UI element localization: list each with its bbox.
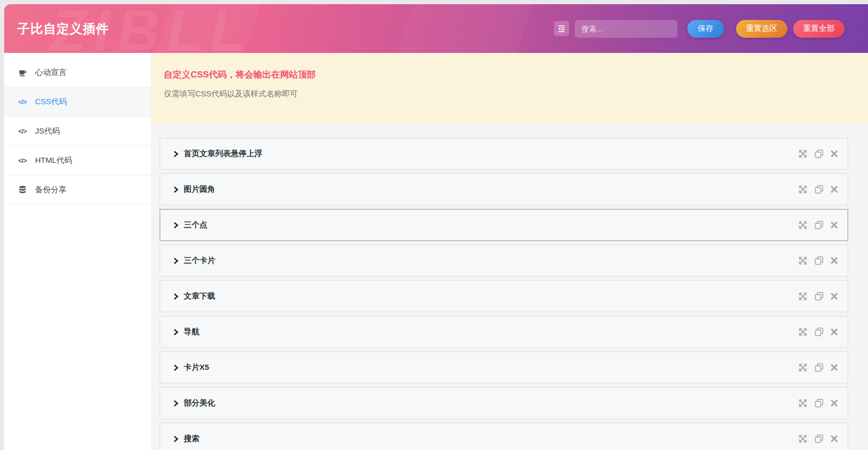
close-icon[interactable]	[830, 221, 838, 229]
reset-all-button[interactable]: 重置全部	[793, 20, 844, 38]
row-actions	[798, 434, 838, 444]
move-icon[interactable]	[798, 398, 808, 408]
move-icon[interactable]	[798, 434, 808, 444]
sidebar: 心动宣言 </> CSS代码 </> JS代码 </> HTML代码 备份分享	[4, 53, 151, 450]
header-controls: 保存 重置选区 重置全部	[554, 20, 844, 38]
database-icon	[17, 185, 28, 195]
chevron-right-icon	[173, 328, 179, 336]
main-content: 自定义CSS代码，将会输出在网站顶部 仅需填写CSS代码以及该样式名称即可 首页…	[151, 53, 868, 450]
accordion-row[interactable]: 文章下载	[160, 280, 848, 312]
accordion-row[interactable]: 卡片X5	[160, 352, 848, 383]
move-icon[interactable]	[798, 220, 808, 230]
row-actions	[798, 149, 838, 159]
sidebar-item-html-code[interactable]: </> HTML代码	[4, 146, 151, 175]
chevron-right-icon	[173, 435, 179, 443]
chevron-right-icon	[173, 257, 179, 265]
notice-title: 自定义CSS代码，将会输出在网站顶部	[164, 69, 852, 81]
close-icon[interactable]	[830, 185, 838, 193]
sidebar-item-backup[interactable]: 备份分享	[4, 175, 151, 205]
close-icon[interactable]	[830, 399, 838, 407]
accordion-row[interactable]: 导航	[160, 316, 848, 348]
accordion-row[interactable]: 三个卡片	[160, 245, 848, 277]
row-actions	[798, 363, 838, 372]
copy-icon[interactable]	[814, 291, 824, 301]
sidebar-item-js-code[interactable]: </> JS代码	[4, 117, 151, 146]
copy-icon[interactable]	[814, 149, 824, 159]
close-icon[interactable]	[830, 292, 838, 300]
page-title: 子比自定义插件	[17, 20, 109, 37]
code-icon: </>	[17, 128, 28, 135]
row-actions	[798, 327, 838, 337]
move-icon[interactable]	[798, 327, 808, 337]
close-icon[interactable]	[830, 257, 838, 265]
copy-icon[interactable]	[814, 398, 824, 408]
code-icon: </>	[17, 157, 28, 164]
accordion-row[interactable]: 图片圆角	[160, 173, 848, 205]
chevron-right-icon	[173, 400, 179, 407]
plugin-panel: ZIBLL 子比自定义插件 保存 重置选区 重置全部	[4, 4, 868, 450]
row-actions	[798, 256, 838, 266]
copy-icon[interactable]	[814, 327, 824, 337]
save-button[interactable]: 保存	[687, 20, 724, 38]
outdent-icon	[557, 24, 566, 33]
chevron-right-icon	[173, 150, 179, 158]
accordion-row[interactable]: 搜索	[160, 423, 848, 450]
header: ZIBLL 子比自定义插件 保存 重置选区 重置全部	[4, 4, 868, 53]
move-icon[interactable]	[798, 363, 808, 372]
copy-icon[interactable]	[814, 363, 824, 372]
chevron-right-icon	[173, 186, 179, 193]
close-icon[interactable]	[830, 435, 838, 443]
copy-icon[interactable]	[814, 256, 824, 266]
header-stripe	[385, 4, 540, 53]
accordion-list: 首页文章列表悬停上浮	[160, 138, 848, 450]
search-input[interactable]	[575, 20, 677, 38]
coffee-icon	[17, 68, 28, 78]
copy-icon[interactable]	[814, 434, 824, 444]
header-stripe	[144, 4, 268, 53]
chevron-right-icon	[173, 293, 179, 300]
close-icon[interactable]	[830, 328, 838, 336]
notice-subtitle: 仅需填写CSS代码以及该样式名称即可	[164, 89, 852, 99]
reset-selection-button[interactable]: 重置选区	[736, 20, 787, 38]
sidebar-item-heartbeat[interactable]: 心动宣言	[4, 58, 151, 87]
row-actions	[798, 184, 838, 194]
chevron-right-icon	[173, 222, 179, 229]
chevron-right-icon	[173, 364, 179, 371]
copy-icon[interactable]	[814, 184, 824, 194]
row-actions	[798, 291, 838, 301]
outdent-icon[interactable]	[554, 21, 569, 36]
move-icon[interactable]	[798, 149, 808, 159]
row-actions	[798, 220, 838, 230]
copy-icon[interactable]	[814, 220, 824, 230]
accordion-row[interactable]: 首页文章列表悬停上浮	[160, 138, 848, 170]
sidebar-item-css-code[interactable]: </> CSS代码	[4, 87, 151, 117]
code-icon: </>	[17, 98, 28, 106]
close-icon[interactable]	[830, 150, 838, 158]
accordion-row[interactable]: 三个点	[160, 209, 848, 241]
close-icon[interactable]	[830, 364, 838, 371]
accordion-row[interactable]: 部分美化	[160, 387, 848, 419]
move-icon[interactable]	[798, 184, 808, 194]
row-actions	[798, 398, 838, 408]
move-icon[interactable]	[798, 256, 808, 266]
move-icon[interactable]	[798, 291, 808, 301]
notice-banner: 自定义CSS代码，将会输出在网站顶部 仅需填写CSS代码以及该样式名称即可	[151, 53, 868, 124]
